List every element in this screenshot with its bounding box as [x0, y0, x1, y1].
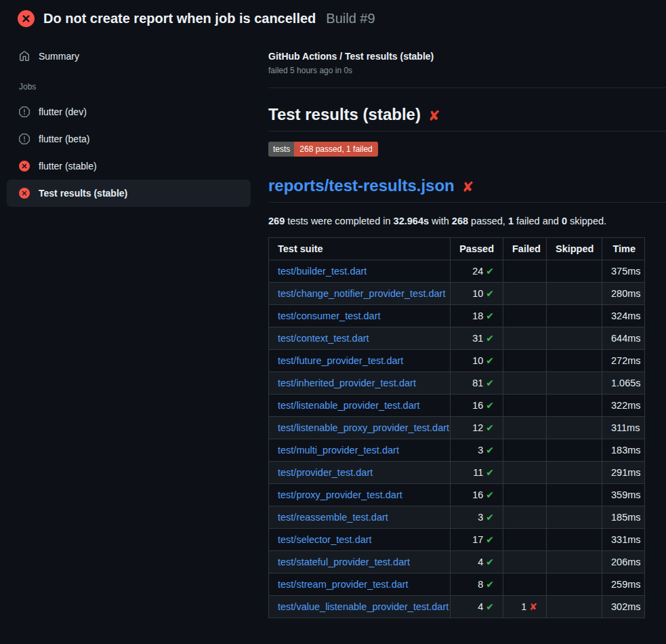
table-row: test/consumer_test.dart 18✔ 324ms	[269, 305, 645, 327]
passed-count: 11	[473, 467, 483, 478]
check-icon: ✔	[486, 489, 494, 500]
test-suite-link[interactable]: test/future_provider_test.dart	[278, 355, 403, 366]
table-row: test/inherited_provider_test.dart 81✔ 1.…	[269, 372, 645, 395]
check-icon: ✔	[486, 534, 494, 545]
passed-count: 3	[478, 512, 483, 523]
test-suite-link[interactable]: test/provider_test.dart	[278, 467, 373, 478]
table-header-row: Test suite Passed Failed Skipped Time	[269, 238, 645, 260]
header-divider	[268, 87, 666, 88]
test-suite-link[interactable]: test/selector_test.dart	[278, 534, 372, 545]
test-suite-link[interactable]: test/context_test.dart	[278, 333, 369, 344]
suite-time: 324ms	[611, 310, 641, 321]
sidebar-job-label: Test results (stable)	[39, 188, 127, 199]
sidebar-job-item[interactable]: flutter (stable)	[7, 153, 251, 180]
test-suite-link[interactable]: test/listenable_provider_test.dart	[278, 400, 420, 411]
test-suite-link[interactable]: test/stream_provider_test.dart	[278, 579, 409, 590]
table-row: test/change_notifier_provider_test.dart …	[269, 283, 645, 305]
sidebar-job-label: flutter (dev)	[39, 106, 87, 117]
check-icon: ✔	[486, 601, 494, 612]
check-icon: ✔	[486, 467, 494, 478]
passed-count: 18	[472, 310, 483, 321]
passed-count: 3	[478, 445, 483, 456]
test-suite-link[interactable]: test/builder_test.dart	[278, 266, 367, 277]
report-file-link[interactable]: reports/test-results.json	[268, 176, 455, 195]
results-table-body: test/builder_test.dart 24✔ 375ms test/ch…	[269, 260, 645, 618]
suite-time: 375ms	[611, 266, 641, 277]
summary-segment: 268	[452, 216, 468, 226]
suite-time: 331ms	[611, 534, 641, 545]
suite-time: 1.065s	[611, 378, 641, 388]
cancelled-stop-icon	[19, 106, 30, 117]
test-suite-link[interactable]: test/reassemble_test.dart	[278, 512, 388, 523]
check-icon: ✔	[486, 445, 494, 456]
failed-count: 1	[521, 601, 526, 612]
suite-time: 272ms	[611, 355, 641, 366]
column-header-passed: Passed	[451, 238, 503, 260]
workflow-run-title: Do not create report when job is cancell…	[43, 11, 316, 26]
badge-value: 268 passed, 1 failed	[294, 142, 377, 157]
sidebar-job-label: flutter (stable)	[39, 161, 97, 172]
test-suite-link[interactable]: test/change_notifier_provider_test.dart	[278, 288, 445, 299]
column-header-skipped: Skipped	[547, 238, 602, 260]
table-row: test/listenable_proxy_provider_test.dart…	[269, 417, 645, 439]
x-circle-fill-icon	[19, 161, 30, 172]
sidebar-job-label: flutter (beta)	[39, 134, 89, 144]
suite-time: 206ms	[611, 557, 641, 567]
x-icon: ✘	[529, 601, 537, 612]
passed-count: 16	[472, 489, 483, 500]
table-row: test/proxy_provider_test.dart 16✔ 359ms	[269, 484, 645, 506]
table-row: test/stream_provider_test.dart 8✔ 259ms	[269, 573, 645, 596]
test-suite-link[interactable]: test/multi_provider_test.dart	[278, 445, 399, 456]
suite-time: 280ms	[611, 288, 641, 299]
test-suite-link[interactable]: test/stateful_provider_test.dart	[278, 557, 410, 567]
sidebar: Summary Jobs flutter (dev) flutter (beta…	[0, 35, 257, 207]
table-row: test/multi_provider_test.dart 3✔ 183ms	[269, 439, 645, 462]
sidebar-summary-label: Summary	[39, 51, 79, 62]
tests-status-badge: tests 268 passed, 1 failed	[268, 142, 378, 157]
suite-time: 359ms	[611, 489, 641, 500]
sidebar-job-item[interactable]: Test results (stable)	[7, 180, 251, 207]
suite-time: 644ms	[611, 333, 641, 344]
home-icon	[19, 51, 30, 62]
test-suite-link[interactable]: test/proxy_provider_test.dart	[278, 489, 402, 500]
check-icon: ✔	[486, 512, 494, 523]
check-icon: ✔	[486, 400, 494, 411]
sidebar-job-item[interactable]: flutter (dev)	[7, 98, 251, 125]
test-suite-link[interactable]: test/inherited_provider_test.dart	[278, 378, 416, 388]
table-row: test/context_test.dart 31✔ 644ms	[269, 327, 645, 350]
passed-count: 24	[472, 266, 483, 277]
check-icon: ✔	[486, 288, 494, 299]
failed-cross-icon: ✘	[428, 107, 440, 123]
check-icon: ✔	[486, 266, 494, 277]
check-icon: ✔	[486, 422, 494, 433]
test-results-table: Test suite Passed Failed Skipped Time te…	[268, 237, 645, 618]
check-icon: ✔	[486, 579, 494, 590]
cancelled-stop-icon	[19, 134, 30, 144]
build-number: Build #9	[326, 11, 375, 26]
table-row: test/reassemble_test.dart 3✔ 185ms	[269, 506, 645, 529]
test-suite-link[interactable]: test/listenable_proxy_provider_test.dart	[278, 422, 449, 433]
test-results-heading-text: Test results (stable)	[268, 105, 421, 124]
check-icon: ✔	[486, 310, 494, 321]
column-header-failed: Failed	[503, 238, 547, 260]
test-results-heading: Test results (stable) ✘	[268, 105, 666, 132]
passed-count: 10	[472, 288, 483, 299]
check-status-meta: failed 5 hours ago in 0s	[268, 66, 666, 75]
x-circle-fill-icon	[19, 188, 30, 199]
test-suite-link[interactable]: test/value_listenable_provider_test.dart	[278, 601, 449, 612]
passed-count: 31	[472, 333, 483, 344]
table-row: test/listenable_provider_test.dart 16✔ 3…	[269, 395, 645, 417]
summary-segment: with	[429, 216, 452, 226]
main-content: GitHub Actions / Test results (stable) f…	[257, 35, 666, 618]
check-suite-breadcrumb: GitHub Actions / Test results (stable)	[268, 51, 666, 62]
test-suite-link[interactable]: test/consumer_test.dart	[278, 310, 381, 321]
check-icon: ✔	[486, 378, 494, 388]
sidebar-job-item[interactable]: flutter (beta)	[7, 125, 251, 153]
test-summary-line: 269 tests were completed in 32.964s with…	[268, 216, 666, 226]
summary-segment: 269	[268, 216, 285, 226]
sidebar-item-summary[interactable]: Summary	[7, 43, 251, 70]
summary-segment: passed,	[468, 216, 508, 226]
table-row: test/value_listenable_provider_test.dart…	[269, 596, 645, 618]
table-row: test/provider_test.dart 11✔ 291ms	[269, 462, 645, 484]
jobs-list: flutter (dev) flutter (beta) flutter (st…	[0, 98, 257, 207]
